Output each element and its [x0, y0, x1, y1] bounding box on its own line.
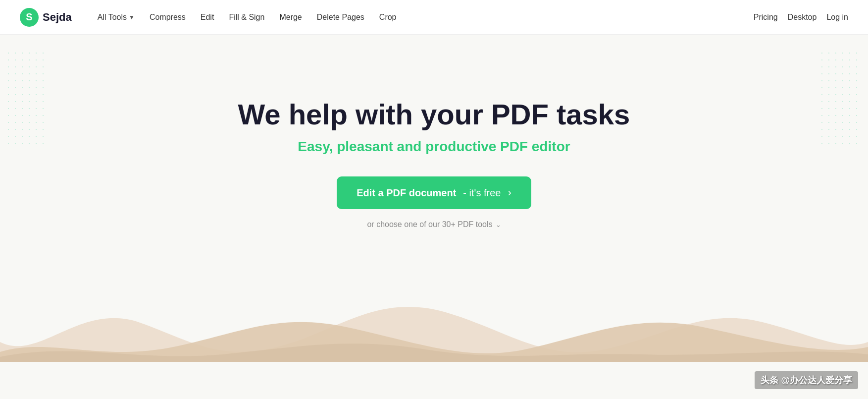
- watermark: 头条 @办公达人爱分享: [755, 371, 858, 389]
- logo-link[interactable]: S Sejda: [20, 8, 72, 27]
- nav-login[interactable]: Log in: [826, 13, 848, 22]
- nav-edit[interactable]: Edit: [195, 9, 220, 26]
- logo-name: Sejda: [43, 11, 72, 24]
- logo-icon: S: [20, 8, 39, 27]
- dot-pattern-left: [5, 50, 50, 149]
- nav-delete-pages[interactable]: Delete Pages: [311, 9, 370, 26]
- nav-fill-sign[interactable]: Fill & Sign: [223, 9, 270, 26]
- nav-pricing[interactable]: Pricing: [754, 13, 778, 22]
- chevron-down-icon: ⌄: [496, 221, 501, 228]
- tools-link[interactable]: or choose one of our 30+ PDF tools ⌄: [367, 220, 501, 229]
- cta-main-text: Edit a PDF document: [357, 187, 456, 199]
- nav-right: Pricing Desktop Log in: [754, 13, 848, 22]
- nav-merge[interactable]: Merge: [273, 9, 307, 26]
- nav-desktop[interactable]: Desktop: [788, 13, 817, 22]
- hero-title: We help with your PDF tasks: [238, 98, 630, 131]
- nav-all-tools[interactable]: All Tools ▼: [92, 9, 141, 26]
- cta-sub-text: - it's free: [463, 187, 501, 199]
- navigation: S Sejda All Tools ▼ Compress Edit Fill &…: [0, 0, 868, 35]
- nav-compress[interactable]: Compress: [144, 9, 192, 26]
- chevron-down-icon: ▼: [129, 14, 135, 21]
- nav-crop[interactable]: Crop: [373, 9, 403, 26]
- cta-edit-button[interactable]: Edit a PDF document - it's free ›: [337, 176, 531, 209]
- chevron-right-icon: ›: [508, 186, 511, 199]
- hero-subtitle: Easy, pleasant and productive PDF editor: [298, 139, 570, 155]
- wave-decoration: [0, 263, 868, 362]
- wave-section: [0, 263, 868, 362]
- dot-pattern-right: [818, 50, 863, 149]
- nav-left: All Tools ▼ Compress Edit Fill & Sign Me…: [92, 9, 754, 26]
- hero-section: We help with your PDF tasks Easy, pleasa…: [0, 35, 868, 273]
